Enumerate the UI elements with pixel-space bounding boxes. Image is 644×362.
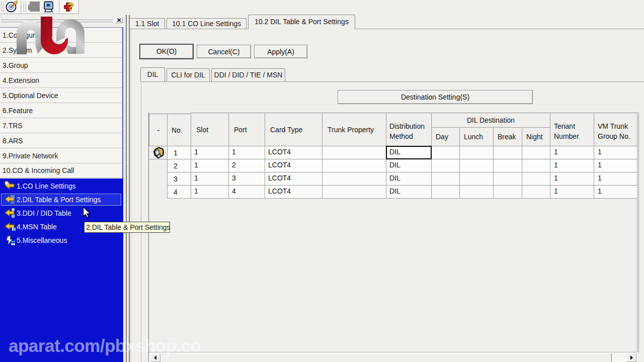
svg-text:?: ? [67,1,74,12]
